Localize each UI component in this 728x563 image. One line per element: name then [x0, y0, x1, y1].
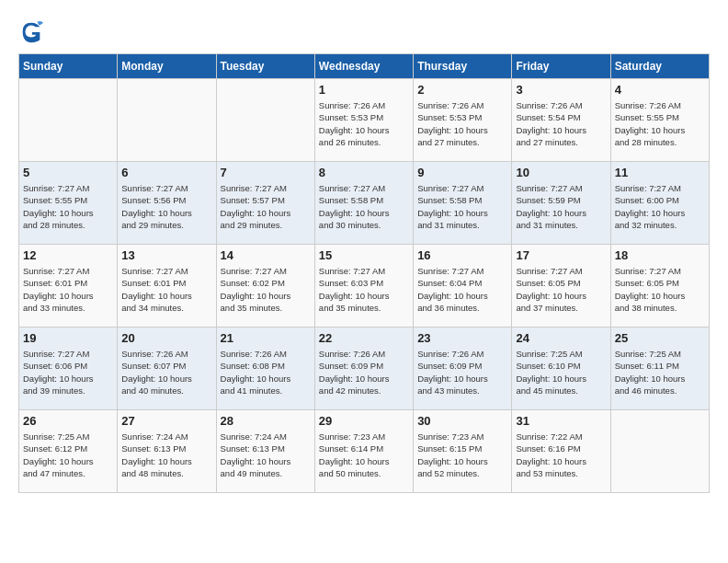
calendar-cell: 16Sunrise: 7:27 AM Sunset: 6:04 PM Dayli…	[414, 245, 512, 327]
day-info: Sunrise: 7:27 AM Sunset: 5:58 PM Dayligh…	[319, 182, 409, 231]
day-info: Sunrise: 7:26 AM Sunset: 6:07 PM Dayligh…	[121, 348, 211, 396]
day-number: 8	[319, 166, 409, 179]
day-number: 4	[615, 83, 705, 97]
weekday-header: Wednesday	[314, 54, 413, 79]
day-info: Sunrise: 7:26 AM Sunset: 5:55 PM Dayligh…	[615, 99, 705, 148]
weekday-header: Tuesday	[216, 54, 314, 79]
weekday-header: Friday	[512, 54, 610, 79]
day-info: Sunrise: 7:27 AM Sunset: 6:02 PM Dayligh…	[221, 265, 311, 314]
day-number: 27	[121, 414, 211, 428]
day-number: 15	[319, 248, 409, 262]
weekday-header-row: SundayMondayTuesdayWednesdayThursdayFrid…	[19, 54, 710, 79]
day-number: 19	[23, 331, 113, 345]
day-number: 5	[23, 166, 113, 179]
day-info: Sunrise: 7:27 AM Sunset: 5:59 PM Dayligh…	[516, 182, 606, 231]
day-number: 30	[417, 414, 507, 428]
page-header	[18, 18, 710, 44]
calendar-cell	[216, 79, 314, 162]
weekday-header: Saturday	[610, 54, 709, 79]
calendar-cell: 25Sunrise: 7:25 AM Sunset: 6:11 PM Dayli…	[610, 327, 709, 410]
day-info: Sunrise: 7:27 AM Sunset: 6:04 PM Dayligh…	[417, 265, 507, 314]
calendar-cell: 11Sunrise: 7:27 AM Sunset: 6:00 PM Dayli…	[610, 162, 709, 245]
calendar-cell: 20Sunrise: 7:26 AM Sunset: 6:07 PM Dayli…	[118, 327, 216, 410]
calendar-cell: 15Sunrise: 7:27 AM Sunset: 6:03 PM Dayli…	[314, 245, 413, 327]
calendar-cell	[19, 79, 118, 162]
calendar-cell: 5Sunrise: 7:27 AM Sunset: 5:55 PM Daylig…	[19, 162, 118, 245]
day-info: Sunrise: 7:25 AM Sunset: 6:10 PM Dayligh…	[516, 348, 606, 396]
calendar-cell: 7Sunrise: 7:27 AM Sunset: 5:57 PM Daylig…	[216, 162, 314, 245]
calendar-cell: 6Sunrise: 7:27 AM Sunset: 5:56 PM Daylig…	[118, 162, 216, 245]
day-number: 22	[319, 331, 409, 345]
calendar-cell	[118, 79, 216, 162]
day-number: 2	[417, 83, 507, 97]
calendar-cell: 1Sunrise: 7:26 AM Sunset: 5:53 PM Daylig…	[314, 79, 413, 162]
day-info: Sunrise: 7:26 AM Sunset: 5:54 PM Dayligh…	[516, 99, 606, 148]
calendar-cell: 2Sunrise: 7:26 AM Sunset: 5:53 PM Daylig…	[414, 79, 512, 162]
calendar-cell	[610, 410, 709, 493]
day-number: 13	[121, 248, 211, 262]
day-number: 31	[516, 414, 606, 428]
day-number: 3	[516, 83, 606, 97]
calendar-header: SundayMondayTuesdayWednesdayThursdayFrid…	[19, 54, 710, 79]
calendar-cell: 3Sunrise: 7:26 AM Sunset: 5:54 PM Daylig…	[512, 79, 610, 162]
day-info: Sunrise: 7:24 AM Sunset: 6:13 PM Dayligh…	[221, 431, 311, 479]
day-info: Sunrise: 7:26 AM Sunset: 5:53 PM Dayligh…	[417, 99, 507, 148]
calendar-table: SundayMondayTuesdayWednesdayThursdayFrid…	[18, 53, 710, 493]
calendar-week-row: 5Sunrise: 7:27 AM Sunset: 5:55 PM Daylig…	[19, 162, 710, 245]
weekday-header: Sunday	[19, 54, 118, 79]
day-info: Sunrise: 7:26 AM Sunset: 6:09 PM Dayligh…	[319, 348, 409, 396]
day-number: 25	[615, 331, 705, 345]
day-info: Sunrise: 7:27 AM Sunset: 5:55 PM Dayligh…	[23, 182, 113, 231]
day-number: 1	[319, 83, 409, 97]
day-info: Sunrise: 7:22 AM Sunset: 6:16 PM Dayligh…	[516, 431, 606, 479]
day-number: 23	[417, 331, 507, 345]
day-info: Sunrise: 7:27 AM Sunset: 6:00 PM Dayligh…	[615, 182, 705, 231]
calendar-cell: 31Sunrise: 7:22 AM Sunset: 6:16 PM Dayli…	[512, 410, 610, 493]
day-info: Sunrise: 7:26 AM Sunset: 6:09 PM Dayligh…	[417, 348, 507, 396]
calendar-cell: 22Sunrise: 7:26 AM Sunset: 6:09 PM Dayli…	[314, 327, 413, 410]
day-info: Sunrise: 7:25 AM Sunset: 6:11 PM Dayligh…	[615, 348, 705, 396]
calendar-cell: 29Sunrise: 7:23 AM Sunset: 6:14 PM Dayli…	[314, 410, 413, 493]
day-info: Sunrise: 7:27 AM Sunset: 5:56 PM Dayligh…	[121, 182, 211, 231]
day-info: Sunrise: 7:26 AM Sunset: 5:53 PM Dayligh…	[319, 99, 409, 148]
calendar-week-row: 1Sunrise: 7:26 AM Sunset: 5:53 PM Daylig…	[19, 79, 710, 162]
day-number: 11	[615, 166, 705, 179]
calendar-cell: 18Sunrise: 7:27 AM Sunset: 6:05 PM Dayli…	[610, 245, 709, 327]
calendar-cell: 12Sunrise: 7:27 AM Sunset: 6:01 PM Dayli…	[19, 245, 118, 327]
day-info: Sunrise: 7:27 AM Sunset: 6:05 PM Dayligh…	[615, 265, 705, 314]
logo	[18, 18, 48, 44]
day-info: Sunrise: 7:24 AM Sunset: 6:13 PM Dayligh…	[121, 431, 211, 479]
calendar-cell: 13Sunrise: 7:27 AM Sunset: 6:01 PM Dayli…	[118, 245, 216, 327]
calendar-cell: 9Sunrise: 7:27 AM Sunset: 5:58 PM Daylig…	[414, 162, 512, 245]
day-info: Sunrise: 7:27 AM Sunset: 6:03 PM Dayligh…	[319, 265, 409, 314]
calendar-cell: 24Sunrise: 7:25 AM Sunset: 6:10 PM Dayli…	[512, 327, 610, 410]
calendar-cell: 23Sunrise: 7:26 AM Sunset: 6:09 PM Dayli…	[414, 327, 512, 410]
logo-icon	[18, 18, 44, 44]
day-number: 20	[121, 331, 211, 345]
weekday-header: Thursday	[414, 54, 512, 79]
day-number: 7	[221, 166, 311, 179]
calendar-cell: 28Sunrise: 7:24 AM Sunset: 6:13 PM Dayli…	[216, 410, 314, 493]
calendar-cell: 17Sunrise: 7:27 AM Sunset: 6:05 PM Dayli…	[512, 245, 610, 327]
calendar-cell: 30Sunrise: 7:23 AM Sunset: 6:15 PM Dayli…	[414, 410, 512, 493]
day-number: 10	[516, 166, 606, 179]
day-number: 29	[319, 414, 409, 428]
day-info: Sunrise: 7:26 AM Sunset: 6:08 PM Dayligh…	[221, 348, 311, 396]
day-number: 12	[23, 248, 113, 262]
day-number: 6	[121, 166, 211, 179]
weekday-header: Monday	[118, 54, 216, 79]
calendar-cell: 10Sunrise: 7:27 AM Sunset: 5:59 PM Dayli…	[512, 162, 610, 245]
day-info: Sunrise: 7:25 AM Sunset: 6:12 PM Dayligh…	[23, 431, 113, 479]
calendar-body: 1Sunrise: 7:26 AM Sunset: 5:53 PM Daylig…	[19, 79, 710, 493]
day-info: Sunrise: 7:27 AM Sunset: 6:06 PM Dayligh…	[23, 348, 113, 396]
calendar-cell: 27Sunrise: 7:24 AM Sunset: 6:13 PM Dayli…	[118, 410, 216, 493]
day-info: Sunrise: 7:27 AM Sunset: 6:01 PM Dayligh…	[121, 265, 211, 314]
calendar-cell: 4Sunrise: 7:26 AM Sunset: 5:55 PM Daylig…	[610, 79, 709, 162]
day-info: Sunrise: 7:27 AM Sunset: 6:05 PM Dayligh…	[516, 265, 606, 314]
calendar-week-row: 26Sunrise: 7:25 AM Sunset: 6:12 PM Dayli…	[19, 410, 710, 493]
day-number: 26	[23, 414, 113, 428]
day-info: Sunrise: 7:27 AM Sunset: 5:57 PM Dayligh…	[221, 182, 311, 231]
calendar-cell: 26Sunrise: 7:25 AM Sunset: 6:12 PM Dayli…	[19, 410, 118, 493]
day-info: Sunrise: 7:23 AM Sunset: 6:15 PM Dayligh…	[417, 431, 507, 479]
day-number: 14	[221, 248, 311, 262]
